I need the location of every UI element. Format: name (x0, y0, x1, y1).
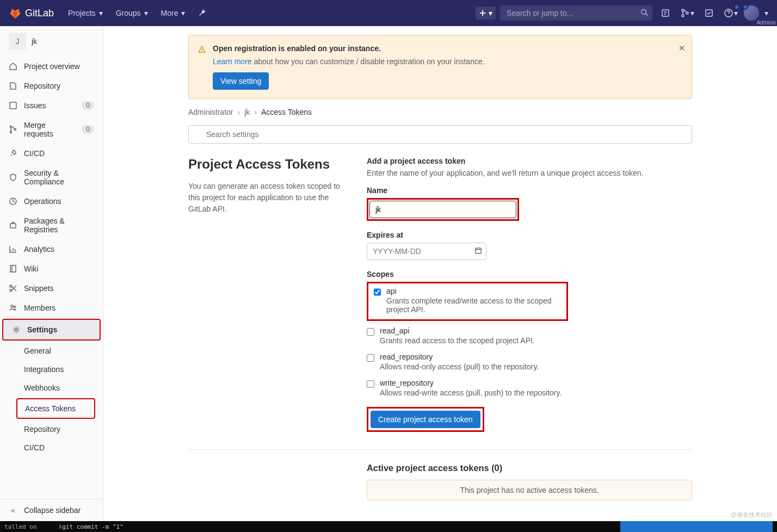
chart-icon (9, 245, 17, 253)
nav-more[interactable]: More▾ (156, 4, 191, 22)
empty-tokens-message: This project has no active access tokens… (367, 480, 692, 500)
create-token-button[interactable]: Create project access token (371, 411, 480, 428)
svg-rect-1 (662, 10, 669, 16)
main-content: Open registration is enabled on your ins… (103, 26, 777, 521)
book-icon (9, 264, 17, 273)
chevron-right-icon: › (254, 108, 257, 116)
svg-rect-7 (10, 102, 16, 109)
watermark: @掘金技术社区 (731, 511, 773, 519)
svg-point-15 (11, 305, 13, 307)
chevron-down-icon: ▾ (734, 9, 738, 17)
project-header[interactable]: J jk (0, 26, 103, 57)
new-dropdown[interactable]: ▾ (476, 7, 496, 20)
todo-icon (705, 9, 713, 17)
user-menu[interactable] (744, 5, 759, 21)
breadcrumb-current: Access Tokens (261, 108, 312, 116)
scope-api: api Grants complete read/write access to… (374, 287, 561, 314)
ops-icon (9, 197, 17, 206)
search-icon[interactable] (640, 9, 648, 18)
svg-point-8 (10, 126, 12, 128)
user-label: Adminis (756, 20, 776, 26)
scope-write-repo-checkbox[interactable] (367, 380, 374, 388)
issues-icon (9, 101, 17, 110)
nav-groups[interactable]: Groups▾ (110, 4, 153, 22)
sidebar-item-merge[interactable]: Merge requests0 (0, 115, 103, 144)
nav-projects[interactable]: Projects▾ (63, 4, 108, 22)
chevron-right-icon: › (237, 108, 240, 116)
sidebar-item-members[interactable]: Members (0, 298, 103, 318)
project-name: jk (32, 37, 37, 46)
search-settings-input[interactable] (188, 125, 692, 144)
alert-learn-more-link[interactable]: Learn more (213, 57, 252, 66)
expires-input[interactable] (367, 243, 486, 260)
scope-api-checkbox[interactable] (374, 288, 381, 296)
global-search-input[interactable] (500, 5, 652, 21)
nav-admin-wrench[interactable] (193, 4, 212, 22)
svg-point-3 (682, 15, 684, 17)
add-token-desc: Enter the name of your application, and … (367, 169, 692, 177)
svg-point-14 (10, 289, 12, 292)
issues-icon (661, 9, 670, 17)
scope-read-api: read_api Grants read access to the scope… (367, 326, 692, 345)
project-avatar: J (9, 33, 26, 50)
view-setting-button[interactable]: View setting (213, 72, 269, 90)
sub-item-cicd[interactable]: CI/CD (0, 438, 103, 457)
brand-text: GitLab (25, 8, 54, 19)
sub-item-webhooks[interactable]: Webhooks (0, 379, 103, 397)
scope-read-repo-checkbox[interactable] (367, 354, 374, 362)
breadcrumb-admin[interactable]: Administrator (188, 108, 233, 116)
issues-link[interactable] (657, 4, 674, 22)
help-link[interactable]: ▾ (722, 4, 739, 22)
chevron-down-icon: ▾ (181, 9, 185, 17)
calendar-icon[interactable] (474, 247, 482, 256)
gitlab-icon (9, 7, 22, 20)
collapse-sidebar[interactable]: « Collapse sidebar (0, 499, 103, 521)
svg-rect-12 (10, 224, 16, 228)
top-nav: Projects▾ Groups▾ More▾ (63, 4, 212, 22)
close-icon[interactable]: × (679, 42, 685, 54)
scope-read-repo: read_repository Allows read-only access … (367, 352, 692, 371)
sidebar-item-analytics[interactable]: Analytics (0, 239, 103, 259)
breadcrumb: Administrator › jk › Access Tokens (188, 108, 692, 116)
token-name-input[interactable] (369, 201, 516, 218)
sub-item-integrations[interactable]: Integrations (0, 360, 103, 379)
page-title: Project Access Tokens (188, 157, 341, 172)
alert-title: Open registration is enabled on your ins… (213, 44, 683, 53)
sidebar-item-wiki[interactable]: Wiki (0, 259, 103, 279)
svg-point-10 (15, 129, 16, 131)
sub-item-access-tokens[interactable]: Access Tokens (16, 398, 95, 419)
scope-read-api-checkbox[interactable] (367, 328, 374, 336)
sidebar-item-security[interactable]: Security & Compliance (0, 163, 103, 191)
sidebar-item-operations[interactable]: Operations (0, 191, 103, 211)
sidebar-item-snippets[interactable]: Snippets (0, 279, 103, 298)
active-tokens-heading: Active project access tokens (0) (367, 463, 692, 473)
sidebar-item-repository[interactable]: Repository (0, 76, 103, 96)
sub-item-general[interactable]: General (0, 342, 103, 360)
sidebar-item-overview[interactable]: Project overview (0, 57, 103, 76)
sidebar-item-cicd[interactable]: CI/CD (0, 144, 103, 163)
scope-write-repo: write_repository Allows read-write acces… (367, 379, 692, 397)
warning-icon (198, 45, 206, 90)
breadcrumb-project[interactable]: jk (244, 108, 250, 116)
merge-icon (681, 9, 689, 17)
merge-icon (9, 125, 17, 134)
add-token-heading: Add a project access token (367, 157, 692, 165)
svg-point-2 (682, 9, 684, 11)
chevron-down-icon: ▾ (764, 9, 768, 17)
name-label: Name (367, 186, 692, 195)
rocket-icon (9, 149, 17, 158)
sidebar-item-packages[interactable]: Packages & Registries (0, 211, 103, 239)
svg-point-17 (15, 329, 17, 331)
sidebar: J jk Project overview Repository Issues0… (0, 26, 103, 521)
merge-link[interactable]: ▾ (679, 4, 696, 22)
issues-count-badge: 0 (82, 101, 94, 110)
logo[interactable]: GitLab (9, 7, 54, 20)
sidebar-item-settings[interactable]: Settings (2, 319, 101, 341)
chevron-left-icon: « (9, 506, 17, 515)
svg-point-13 (10, 285, 12, 287)
todos-link[interactable] (700, 4, 718, 22)
sub-item-repository[interactable]: Repository (0, 420, 103, 438)
svg-rect-19 (476, 248, 482, 253)
sidebar-item-issues[interactable]: Issues0 (0, 96, 103, 115)
expires-label: Expires at (367, 231, 692, 239)
